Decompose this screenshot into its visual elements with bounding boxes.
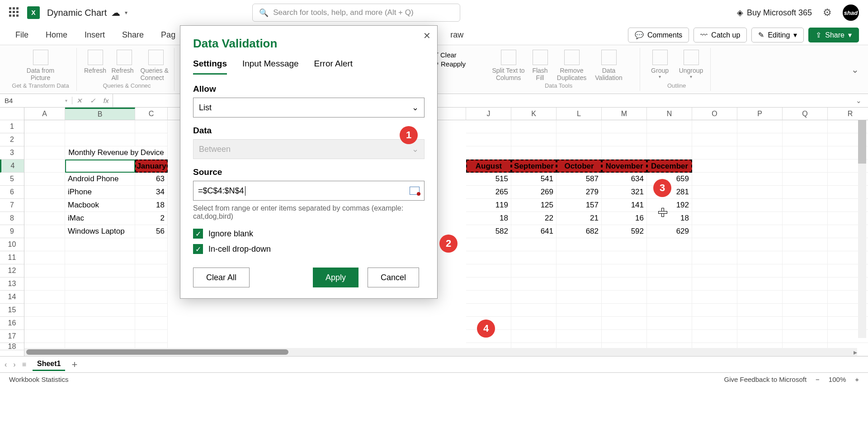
reapply-button[interactable]: ↻Reapply <box>433 60 466 68</box>
ungroup-button[interactable]: Ungroup▾ <box>676 50 706 79</box>
allow-value: List <box>199 103 212 113</box>
zoom-out-button[interactable]: − <box>816 376 820 383</box>
refresh-label: Refresh <box>84 67 106 74</box>
doc-title-text: Dynamic Chart <box>47 8 107 18</box>
split-text-button[interactable]: Split Text to Columns <box>492 50 525 81</box>
source-hint: Select from range or enter items separat… <box>193 204 425 221</box>
dialog-tab-error-alert[interactable]: Error Alert <box>314 59 353 75</box>
incell-label: In-cell drop-down <box>208 244 271 254</box>
search-icon: 🔍 <box>259 8 269 18</box>
avatar[interactable]: shad <box>843 5 859 21</box>
data-from-picture-button[interactable]: Data from Picture <box>24 50 57 81</box>
sheet-nav-next[interactable]: › <box>13 361 15 369</box>
zoom-in-button[interactable]: + <box>855 376 859 383</box>
dialog-tab-settings[interactable]: Settings <box>193 59 227 75</box>
allow-select[interactable]: List⌄ <box>193 98 425 117</box>
excel-icon: X <box>27 6 40 19</box>
refresh-all-button[interactable]: Refresh All <box>112 50 137 81</box>
column-headers[interactable]: ABCJKLMNOPQRS <box>24 108 868 120</box>
data-label: Data <box>193 126 212 136</box>
formula-expand-button[interactable]: ⌄ <box>856 97 868 105</box>
source-input[interactable]: =$C$4:$N$4 <box>193 181 425 201</box>
menu-page[interactable]: Pag <box>155 27 182 43</box>
horizontal-scrollbar[interactable]: ▸ <box>24 348 857 356</box>
flash-fill-button[interactable]: Flash Fill <box>529 50 552 81</box>
share-icon: ⇪ <box>816 31 821 39</box>
remove-duplicates-button[interactable]: Remove Duplicates <box>555 50 589 81</box>
close-dialog-button[interactable]: ✕ <box>423 30 431 41</box>
document-title[interactable]: Dynamic Chart ☁ ▾ <box>47 7 127 18</box>
apply-button[interactable]: Apply <box>313 268 359 287</box>
workbook-stats[interactable]: Workbook Statistics <box>9 376 68 383</box>
source-label: Source <box>193 167 222 177</box>
ignore-blank-label: Ignore blank <box>208 229 253 239</box>
accept-formula-icon[interactable]: ✓ <box>90 97 96 105</box>
data-from-picture-label: Data from Picture <box>24 67 57 81</box>
remove-dup-label: Remove Duplicates <box>555 67 589 81</box>
vertical-scrollbar[interactable] <box>858 108 866 338</box>
flash-label: Flash Fill <box>529 67 552 81</box>
annotation-badge-3: 3 <box>653 179 671 197</box>
group-label: Group <box>651 67 669 74</box>
chevron-down-icon: ▾ <box>690 74 692 79</box>
all-sheets-icon[interactable]: ≡ <box>22 361 26 369</box>
zoom-level[interactable]: 100% <box>829 376 846 383</box>
data-validation-dialog: ✕ Data Validation Settings Input Message… <box>180 25 438 299</box>
dialog-tab-input-message[interactable]: Input Message <box>242 59 299 75</box>
diamond-icon: ◈ <box>737 8 743 18</box>
chevron-down-icon: ▾ <box>793 31 797 39</box>
editing-button[interactable]: ✎Editing▾ <box>751 28 804 42</box>
comments-label: Comments <box>647 31 682 39</box>
feedback-link[interactable]: Give Feedback to Microsoft <box>724 376 807 383</box>
menu-share[interactable]: Share <box>116 27 150 43</box>
app-launcher-icon[interactable] <box>9 7 20 18</box>
incell-dropdown-checkbox[interactable]: ✓In-cell drop-down <box>193 244 425 254</box>
name-box[interactable]: B4▾ <box>0 97 72 104</box>
cancel-button[interactable]: Cancel <box>368 268 419 287</box>
cloud-icon: ☁ <box>111 7 120 18</box>
catchup-icon: 〰 <box>700 31 708 39</box>
buy-365-button[interactable]: ◈ Buy Microsoft 365 <box>737 8 812 18</box>
menu-home[interactable]: Home <box>39 27 74 43</box>
editing-label: Editing <box>768 31 790 39</box>
fx-icon[interactable]: fx <box>104 97 109 104</box>
queries-label: Queries & Connect <box>141 67 171 81</box>
gear-icon[interactable]: ⚙ <box>823 7 832 19</box>
group-button[interactable]: Group▾ <box>647 50 673 79</box>
source-value: =$C$4:$N$4 <box>198 186 245 196</box>
ribbon-expand-button[interactable]: ⌄ <box>851 64 863 75</box>
data-validation-button[interactable]: Data Validation <box>592 50 626 81</box>
chevron-down-icon: ▾ <box>848 31 852 39</box>
queries-button[interactable]: Queries & Connect <box>141 50 171 81</box>
data-tools-label: Data Tools <box>545 82 572 89</box>
sheet-tab-1[interactable]: Sheet1 <box>33 358 65 371</box>
comments-button[interactable]: 💬Comments <box>628 28 689 42</box>
buy-365-label: Buy Microsoft 365 <box>747 8 812 18</box>
share-button[interactable]: ⇪Share▾ <box>808 28 859 42</box>
menu-draw[interactable]: raw <box>444 27 470 43</box>
ignore-blank-checkbox[interactable]: ✓Ignore blank <box>193 229 425 239</box>
catchup-button[interactable]: 〰Catch up <box>693 28 747 42</box>
row-headers[interactable]: 123456789101112131415161718 <box>0 108 24 356</box>
add-sheet-button[interactable]: + <box>71 359 77 371</box>
range-picker-icon[interactable] <box>410 187 420 195</box>
annotation-badge-2: 2 <box>439 235 458 253</box>
clear-all-button[interactable]: Clear All <box>193 268 250 287</box>
sheet-nav-prev[interactable]: ‹ <box>5 361 7 369</box>
clear-label: Clear <box>440 51 457 59</box>
pencil-icon: ✎ <box>758 31 764 39</box>
clear-button[interactable]: ▽Clear <box>433 51 466 59</box>
allow-label: Allow <box>193 84 216 94</box>
menu-insert[interactable]: Insert <box>78 27 111 43</box>
split-label: Split Text to Columns <box>492 67 525 81</box>
annotation-badge-4: 4 <box>477 320 495 338</box>
refresh-button[interactable]: Refresh <box>83 50 108 74</box>
outline-label: Outline <box>667 82 686 89</box>
share-label: Share <box>825 31 844 39</box>
chevron-down-icon[interactable]: ▾ <box>125 9 127 16</box>
get-transform-label: Get & Transform Data <box>12 82 69 89</box>
namebox-value: B4 <box>5 97 13 104</box>
cancel-formula-icon[interactable]: ✕ <box>76 97 82 105</box>
search-input[interactable]: 🔍 Search for tools, help, and more (Alt … <box>252 4 460 22</box>
menu-file[interactable]: File <box>9 27 35 43</box>
